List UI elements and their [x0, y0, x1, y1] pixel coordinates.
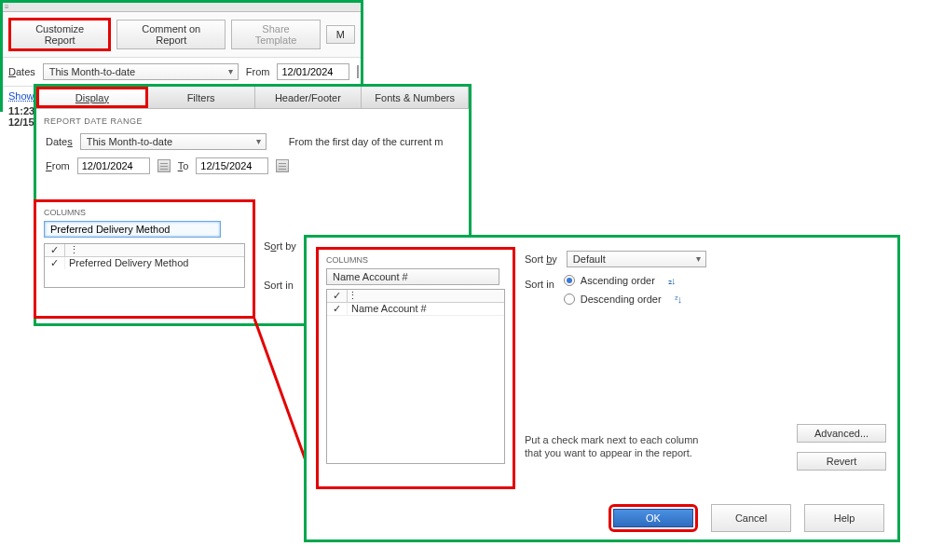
help-button[interactable]: Help	[804, 504, 884, 532]
dates-label-2: Dates	[46, 136, 73, 147]
column-row[interactable]: ✓ Name Account #	[327, 303, 504, 316]
calendar-icon[interactable]	[276, 159, 289, 172]
date-filter-row: Dates This Month-to-date From	[3, 58, 361, 87]
advanced-button[interactable]: Advanced...	[797, 424, 886, 443]
to-date-input[interactable]	[196, 157, 268, 174]
ascending-radio[interactable]: Ascending order ₂↓	[564, 275, 681, 286]
tab-hf-label: Header/Footer	[275, 92, 341, 103]
columns-hint: Put a check mark next to each column tha…	[525, 433, 711, 460]
report-toolbar: Customize Report Comment on Report Share…	[3, 12, 361, 58]
dates-range-select-2[interactable]: This Month-to-date	[80, 133, 267, 150]
window-title-bar: ≡	[3, 3, 361, 12]
range-hint: From the first day of the current m	[289, 136, 444, 147]
cancel-button[interactable]: Cancel	[711, 504, 791, 532]
dialog-tabs: Display Filters Header/Footer Fonts & Nu…	[36, 87, 469, 109]
ascending-label: Ascending order	[581, 275, 655, 286]
from-label: From	[246, 66, 270, 77]
columns-search-input-2[interactable]: Name Account #	[326, 268, 499, 285]
dots-header-icon: ⋮	[65, 244, 244, 256]
time-row-2: 12/15	[8, 116, 34, 128]
columns-list-2[interactable]: ✓ ⋮ ✓ Name Account #	[326, 289, 505, 464]
sort-in-label: Sort in	[525, 275, 554, 290]
dates-range-value: This Month-to-date	[49, 66, 135, 77]
sort-asc-icon: ₂↓	[668, 276, 676, 286]
show-link-fragment[interactable]: Show	[8, 90, 34, 102]
column-row[interactable]: ✓ Preferred Delivery Method	[45, 257, 244, 269]
share-template-button[interactable]: Share Template	[231, 20, 321, 49]
sort-by-fragment: Sort by	[264, 240, 296, 252]
check-icon: ✓	[327, 303, 348, 315]
to-label: To	[178, 160, 189, 171]
columns-title: COLUMNS	[36, 202, 253, 219]
from-date-input[interactable]	[277, 63, 349, 80]
sort-in-fragment: Sort in	[264, 280, 294, 291]
check-header-icon: ✓	[45, 244, 65, 256]
tab-filters-label: Filters	[187, 92, 215, 103]
check-icon: ✓	[45, 257, 65, 269]
radio-icon	[564, 294, 575, 305]
calendar-icon[interactable]	[357, 65, 359, 78]
more-button-fragment[interactable]: M	[326, 25, 355, 44]
revert-button[interactable]: Revert	[797, 452, 886, 471]
dates-label: Dates	[8, 66, 35, 77]
dates-range-select[interactable]: This Month-to-date	[43, 63, 239, 80]
from-label-2: From	[46, 160, 70, 171]
modify-report-columns-dialog: COLUMNS Name Account # ✓ ⋮ ✓ Name Accoun…	[304, 235, 900, 542]
tab-fn-label: Fonts & Numbers	[375, 92, 455, 103]
column-name: Name Account #	[348, 303, 504, 315]
tab-header-footer[interactable]: Header/Footer	[255, 87, 362, 108]
tab-display-label: Display	[75, 92, 109, 103]
calendar-icon[interactable]	[157, 159, 171, 172]
columns-list[interactable]: ✓ ⋮ ✓ Preferred Delivery Method	[44, 243, 245, 288]
columns-panel: COLUMNS ✓ ⋮ ✓ Preferred Delivery Method	[34, 199, 255, 319]
sort-by-select[interactable]: Default	[567, 251, 706, 267]
from-date-input-2[interactable]	[77, 157, 150, 174]
check-header-icon: ✓	[327, 290, 348, 302]
sort-area: Sort by Default Sort in Ascending order …	[525, 251, 888, 312]
dates-range-value-2: This Month-to-date	[87, 136, 172, 147]
sort-by-label: Sort by	[525, 253, 557, 265]
tab-filters[interactable]: Filters	[148, 87, 255, 108]
sort-by-value: Default	[573, 253, 606, 265]
comment-on-report-button[interactable]: Comment on Report	[116, 20, 226, 49]
tab-display[interactable]: Display	[36, 87, 148, 108]
descending-label: Descending order	[581, 294, 662, 305]
column-name: Preferred Delivery Method	[65, 257, 244, 269]
tab-fonts-numbers[interactable]: Fonts & Numbers	[362, 87, 469, 108]
columns-search-value-2: Name Account #	[333, 271, 408, 282]
radio-icon	[564, 275, 575, 286]
dialog-footer: OK Cancel Help	[307, 504, 897, 532]
side-buttons: Advanced... Revert	[797, 424, 886, 471]
ok-button[interactable]: OK	[613, 509, 693, 527]
columns-search-input[interactable]	[44, 221, 221, 238]
time-row-1: 11:23	[8, 105, 34, 116]
dots-header-icon: ⋮	[348, 290, 358, 302]
columns-title-2: COLUMNS	[319, 250, 513, 266]
ok-highlight: OK	[609, 504, 698, 532]
report-date-range-title: REPORT DATE RANGE	[36, 109, 469, 130]
customize-report-button[interactable]: Customize Report	[8, 18, 111, 51]
columns-panel-2: COLUMNS Name Account # ✓ ⋮ ✓ Name Accoun…	[316, 247, 515, 489]
descending-radio[interactable]: Descending order ᶻ↓	[564, 294, 681, 305]
sort-desc-icon: ᶻ↓	[675, 294, 682, 305]
